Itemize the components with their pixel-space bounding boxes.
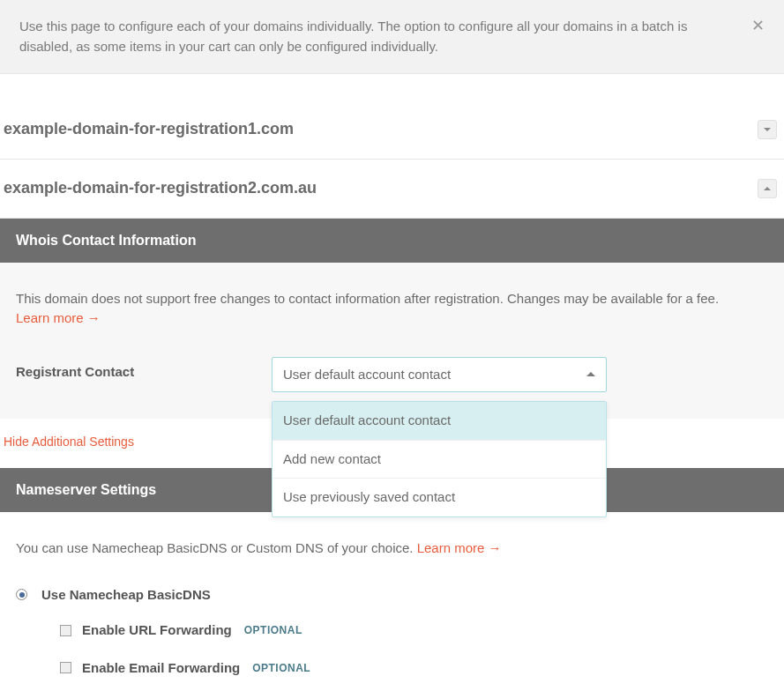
registrant-contact-label: Registrant Contact	[16, 357, 272, 383]
expand-toggle-2[interactable]	[758, 179, 777, 198]
chevron-down-icon	[764, 128, 771, 131]
domain-name-2: example-domain-for-registration2.com.au	[4, 179, 317, 197]
chevron-up-icon	[764, 187, 771, 190]
expand-toggle-1[interactable]	[758, 120, 777, 139]
label-url-forwarding: Enable URL Forwarding	[82, 620, 232, 641]
hide-additional-settings-link[interactable]: Hide Additional Settings	[4, 435, 134, 449]
nameserver-learn-more-link[interactable]: Learn more →	[417, 540, 502, 555]
registrant-contact-dropdown: User default account contact User defaul…	[272, 357, 607, 393]
nameserver-intro-text: You can use Namecheap BasicDNS or Custom…	[16, 540, 417, 555]
optional-tag-url: OPTIONAL	[244, 622, 302, 638]
registrant-contact-select[interactable]: User default account contact	[272, 357, 607, 393]
dropdown-option-saved[interactable]: Use previously saved contact	[273, 479, 606, 516]
info-alert-text: Use this page to configure each of your …	[19, 16, 751, 57]
whois-section-body: This domain does not support free change…	[0, 263, 784, 420]
checkbox-url-forwarding[interactable]	[60, 625, 71, 636]
dropdown-option-add-new[interactable]: Add new contact	[273, 441, 606, 479]
registrant-contact-menu: User default account contact Add new con…	[272, 401, 607, 517]
chevron-up-icon	[586, 372, 595, 376]
info-alert: Use this page to configure each of your …	[0, 0, 784, 74]
checkbox-email-forwarding[interactable]	[60, 662, 71, 673]
domain-row-2[interactable]: example-domain-for-registration2.com.au	[0, 160, 784, 219]
radio-basicdns[interactable]	[16, 589, 27, 600]
domain-name-1: example-domain-for-registration1.com	[4, 120, 294, 138]
domain-row-1[interactable]: example-domain-for-registration1.com	[0, 100, 784, 160]
registrant-contact-selected: User default account contact	[283, 365, 451, 385]
optional-tag-email: OPTIONAL	[252, 660, 310, 676]
close-icon[interactable]: ✕	[751, 16, 765, 33]
registrant-contact-row: Registrant Contact User default account …	[16, 357, 768, 393]
nameserver-section-body: You can use Namecheap BasicDNS or Custom…	[0, 512, 784, 691]
ns-option-basicdns[interactable]: Use Namecheap BasicDNS	[16, 578, 768, 613]
label-email-forwarding: Enable Email Forwarding	[82, 658, 240, 679]
whois-notice-text: This domain does not support free change…	[16, 291, 719, 306]
sub-option-email-forwarding[interactable]: Enable Email Forwarding OPTIONAL	[34, 650, 768, 687]
dropdown-option-default[interactable]: User default account contact	[273, 402, 606, 441]
whois-section-header: Whois Contact Information	[0, 219, 784, 263]
whois-learn-more-link[interactable]: Learn more →	[16, 310, 101, 325]
sub-option-url-forwarding[interactable]: Enable URL Forwarding OPTIONAL	[34, 612, 768, 650]
ns-label-basicdns: Use Namecheap BasicDNS	[41, 585, 211, 606]
